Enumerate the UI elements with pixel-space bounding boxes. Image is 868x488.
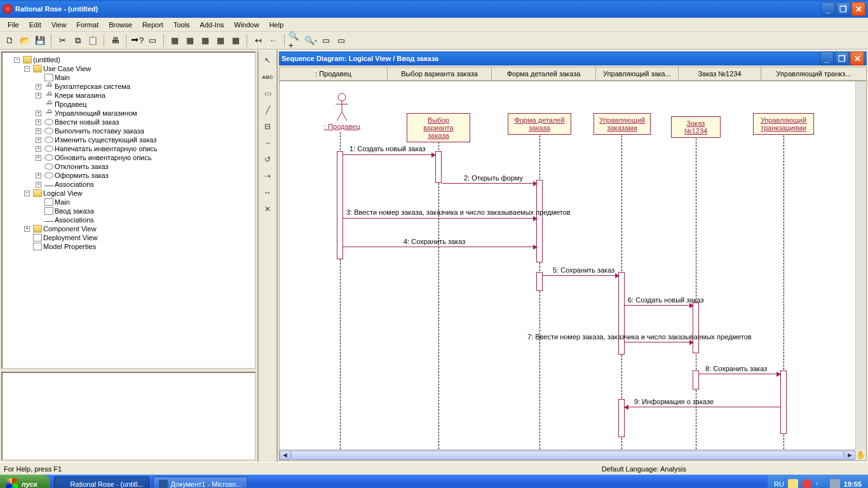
tree-root[interactable]: −(untitled) <box>5 55 252 64</box>
activation-bar[interactable] <box>337 151 343 259</box>
tree-item[interactable]: Отклонить заказ <box>5 162 252 171</box>
collapse-icon[interactable]: − <box>24 191 30 196</box>
tree-item[interactable]: +Ввести новый заказ <box>5 118 252 126</box>
object-box[interactable]: Заказ №1234 <box>671 116 721 138</box>
diagram-restore-button[interactable]: ❐ <box>835 51 849 65</box>
tray-help-icon[interactable] <box>788 479 798 488</box>
destruction-tool-icon[interactable]: ↔ <box>261 186 275 199</box>
tree-item[interactable]: Ввод заказа <box>5 207 252 215</box>
tree-deployment-view[interactable]: Deployment View <box>5 233 252 242</box>
zoom-in-icon[interactable]: 🔍+ <box>288 34 302 48</box>
expand-icon[interactable]: + <box>36 119 41 125</box>
pointer-tool-icon[interactable]: ↖ <box>261 54 275 67</box>
activation-bar[interactable] <box>536 180 543 262</box>
save-icon[interactable]: 💾 <box>33 34 47 48</box>
expand-icon[interactable]: + <box>24 226 30 232</box>
tray-chevron-icon[interactable]: ‹ <box>816 479 826 488</box>
lifeline-header[interactable]: : Продавец <box>280 67 388 81</box>
message-arrow[interactable] <box>543 275 619 276</box>
tree-item[interactable]: +Выполнить поставку заказа <box>5 126 252 135</box>
text-tool-icon[interactable]: ABC <box>261 71 275 83</box>
expand-icon[interactable]: + <box>36 137 41 143</box>
taskbar-item-rose[interactable]: Rational Rose - (untitl... <box>54 477 149 488</box>
tree-item[interactable]: Main <box>5 198 252 207</box>
print-icon[interactable]: 🖶 <box>108 34 122 48</box>
new-icon[interactable]: 🗋 <box>3 34 17 48</box>
cut-icon[interactable]: ✂ <box>55 34 69 48</box>
activation-bar[interactable] <box>780 370 787 434</box>
lifeline-header[interactable]: Заказ №1234 <box>679 67 761 81</box>
browse-class-icon[interactable]: ▦ <box>168 34 182 48</box>
start-button[interactable]: пуск <box>0 475 50 488</box>
activation-bar[interactable] <box>618 272 625 355</box>
menu-tools[interactable]: Tools <box>168 20 195 30</box>
message-arrow[interactable] <box>699 374 780 374</box>
expand-icon[interactable]: + <box>36 111 41 116</box>
scroll-left-icon[interactable]: ◀ <box>280 451 290 460</box>
menu-browse[interactable]: Browse <box>104 20 137 30</box>
diagram-canvas[interactable]: : Продавец Выбор варианта заказа Форма д… <box>280 81 855 449</box>
tree-model-props[interactable]: Model Properties <box>5 242 252 251</box>
return-tool-icon[interactable]: ⇢ <box>261 170 275 182</box>
lifeline-header[interactable]: Управляющий зака... <box>596 67 679 81</box>
back-icon[interactable]: ← <box>266 34 280 48</box>
minimize-button[interactable]: _ <box>821 2 835 16</box>
browse-component-icon[interactable]: ▦ <box>198 34 212 48</box>
model-tree[interactable]: −(untitled) −Use Case View Main +Бухгалт… <box>1 51 256 369</box>
menu-window[interactable]: Window <box>229 20 264 30</box>
horizontal-scrollbar[interactable]: ◀ ▶ <box>280 449 855 460</box>
message-arrow[interactable] <box>442 183 537 184</box>
menu-edit[interactable]: Edit <box>24 20 46 30</box>
activation-bar[interactable] <box>693 370 699 390</box>
activation-bar[interactable] <box>536 272 543 291</box>
tree-item[interactable]: Associations <box>5 215 252 224</box>
browse-deployment-icon[interactable]: ▦ <box>229 34 243 48</box>
expand-icon[interactable]: + <box>36 173 41 179</box>
tree-usecase-view[interactable]: −Use Case View <box>5 64 252 73</box>
object-tool-icon[interactable]: ⊟ <box>261 120 275 133</box>
object-box[interactable]: Форма деталей заказа <box>508 113 571 135</box>
collapse-icon[interactable]: − <box>14 57 20 63</box>
tree-item[interactable]: +Управляющий магазином <box>5 109 252 118</box>
menu-help[interactable]: Help <box>264 20 289 30</box>
diagram-minimize-button[interactable]: _ <box>820 51 834 65</box>
lifeline-header[interactable]: Выбор варианта заказа <box>388 67 492 81</box>
tree-item[interactable]: Продавец <box>5 100 252 109</box>
delete-tool-icon[interactable]: ✕ <box>261 203 275 215</box>
tree-item[interactable]: +Associations <box>5 180 252 189</box>
browse-interaction-icon[interactable]: ▦ <box>183 34 197 48</box>
lifeline-header[interactable]: Управляющий транкз... <box>761 67 867 81</box>
object-box[interactable]: Управляющий заказами <box>593 113 651 135</box>
message-arrow[interactable] <box>343 247 537 247</box>
zoom-fit-icon[interactable]: ▭ <box>319 34 333 48</box>
actor-figure[interactable]: : Продавец <box>324 93 360 130</box>
tree-item[interactable]: +Клерк магазина <box>5 91 252 100</box>
object-box[interactable]: Выбор варианта заказа <box>407 113 470 142</box>
message-arrow[interactable] <box>625 305 693 306</box>
pan-hand-icon[interactable]: ✋ <box>855 449 866 460</box>
object-box[interactable]: Управляющий транкзациями <box>753 113 814 135</box>
tree-item[interactable]: +Оформить заказ <box>5 171 252 180</box>
menu-format[interactable]: Format <box>71 20 104 30</box>
tree-item[interactable]: Main <box>5 73 252 82</box>
anchor-tool-icon[interactable]: ╱ <box>261 104 275 116</box>
note-tool-icon[interactable]: ▭ <box>261 87 275 100</box>
documentation-panel[interactable] <box>1 372 256 461</box>
zoom-selection-icon[interactable]: ▭ <box>334 34 348 48</box>
clock[interactable]: 19:55 <box>844 480 862 488</box>
tree-item[interactable]: +Бухгалтерская система <box>5 82 252 91</box>
message-tool-icon[interactable]: → <box>261 137 275 149</box>
activation-bar[interactable] <box>693 302 699 353</box>
diagram-close-button[interactable]: ✕ <box>850 51 864 65</box>
expand-icon[interactable]: + <box>36 146 41 152</box>
expand-icon[interactable]: + <box>36 182 41 187</box>
message-arrow[interactable] <box>625 407 780 407</box>
scroll-thumb[interactable] <box>291 451 844 460</box>
tree-item[interactable]: +Обновить инвентарную опись <box>5 153 252 162</box>
tray-keyboard-icon[interactable] <box>830 479 840 488</box>
help-cursor-icon[interactable]: ⮕? <box>130 34 144 48</box>
close-button[interactable]: ✕ <box>851 2 865 16</box>
menu-view[interactable]: View <box>46 20 72 30</box>
tree-component-view[interactable]: +Component View <box>5 224 252 233</box>
scroll-right-icon[interactable]: ▶ <box>844 451 855 460</box>
